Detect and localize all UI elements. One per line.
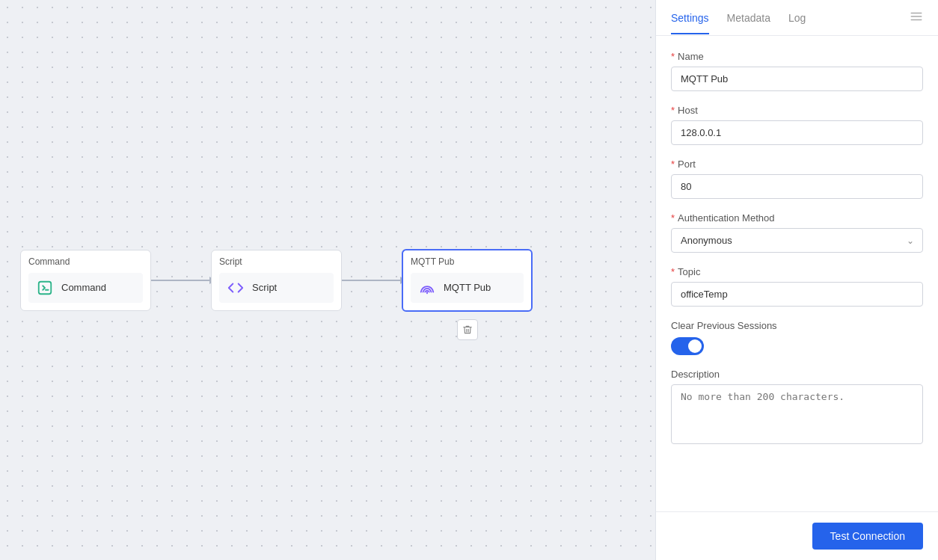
connector-line-2 [342, 280, 402, 281]
host-label: * Host [671, 105, 923, 116]
name-field-group: * Name [671, 51, 923, 91]
connector-1 [151, 280, 211, 281]
auth-select[interactable]: Anonymous Username/Password Certificate [671, 228, 923, 253]
script-node-label: Script [252, 282, 277, 293]
topic-label: * Topic [671, 266, 923, 277]
panel-menu-icon[interactable] [910, 10, 923, 26]
host-field-group: * Host [671, 105, 923, 145]
connector-line-1 [151, 280, 211, 281]
name-required-star: * [671, 51, 675, 62]
host-input[interactable] [671, 120, 923, 145]
name-label: * Name [671, 51, 923, 62]
mqtt-node-body: MQTT Pub [411, 273, 524, 303]
test-connection-button[interactable]: Test Connection [812, 523, 923, 550]
clear-sessions-label: Clear Previous Sessions [671, 320, 923, 331]
tab-log[interactable]: Log [788, 1, 806, 34]
mqtt-node-title: MQTT Pub [411, 256, 524, 267]
auth-field-group: * Authentication Method Anonymous Userna… [671, 212, 923, 253]
clear-sessions-toggle[interactable] [671, 337, 704, 355]
mqtt-node[interactable]: MQTT Pub MQTT Pub [402, 249, 533, 312]
command-icon [34, 277, 55, 298]
description-label: Description [671, 369, 923, 380]
description-field-group: Description [671, 369, 923, 447]
mqtt-node-label: MQTT Pub [444, 282, 491, 293]
topic-input[interactable] [671, 282, 923, 307]
tab-metadata[interactable]: Metadata [727, 1, 770, 34]
command-node[interactable]: Command Command [20, 250, 151, 311]
settings-panel: Settings Metadata Log * Name * Host [655, 0, 938, 560]
script-node-body: Script [219, 273, 334, 303]
mqtt-icon [417, 277, 438, 298]
port-label: * Port [671, 159, 923, 170]
port-required-star: * [671, 159, 675, 170]
panel-body: * Name * Host * Port * Authentica [656, 36, 938, 511]
port-input[interactable] [671, 174, 923, 199]
port-field-group: * Port [671, 159, 923, 199]
script-node[interactable]: Script Script [211, 250, 342, 311]
name-input[interactable] [671, 67, 923, 91]
panel-header: Settings Metadata Log [656, 0, 938, 36]
topic-field-group: * Topic [671, 266, 923, 307]
command-node-title: Command [28, 256, 143, 267]
host-required-star: * [671, 105, 675, 116]
auth-select-wrapper: Anonymous Username/Password Certificate … [671, 228, 923, 253]
flow-container: Command Command Script [20, 249, 533, 312]
description-textarea[interactable] [671, 384, 923, 444]
command-node-label: Command [61, 282, 106, 293]
tab-settings[interactable]: Settings [671, 1, 709, 34]
toggle-slider [671, 337, 704, 355]
auth-required-star: * [671, 212, 675, 224]
delete-node-button[interactable] [457, 319, 478, 340]
script-node-title: Script [219, 256, 334, 267]
connector-2 [342, 280, 402, 281]
panel-footer: Test Connection [656, 511, 938, 560]
command-node-body: Command [28, 273, 143, 303]
canvas-area: Command Command Script [0, 0, 655, 560]
clear-sessions-group: Clear Previous Sessions [671, 320, 923, 355]
topic-required-star: * [671, 266, 675, 277]
script-icon [225, 277, 246, 298]
auth-label: * Authentication Method [671, 212, 923, 224]
